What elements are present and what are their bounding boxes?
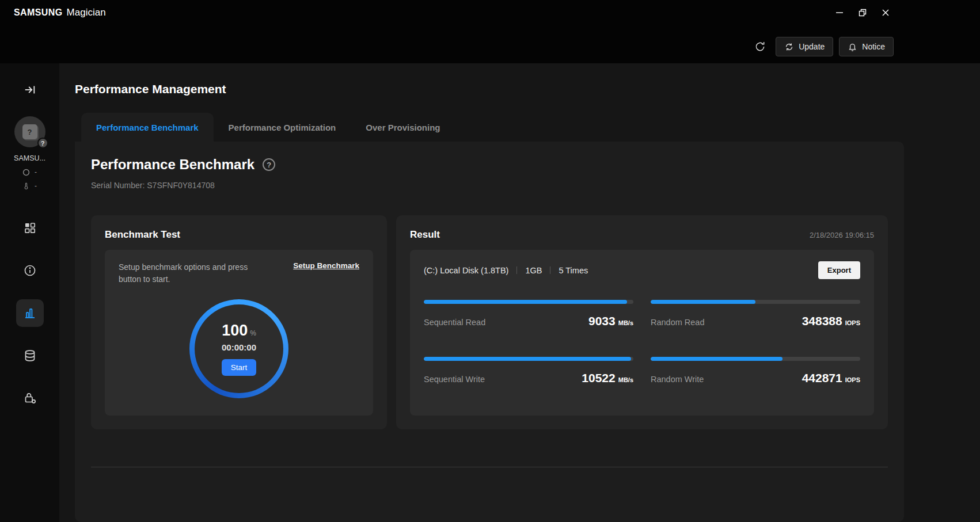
metric-number: 348388 bbox=[802, 314, 842, 328]
sidebar-item-security[interactable] bbox=[16, 384, 44, 412]
tab-over-provisioning[interactable]: Over Provisioning bbox=[351, 113, 455, 142]
random-write-bar bbox=[651, 357, 860, 361]
progress-ring-wrap: 100 % 00:00:00 Start bbox=[119, 299, 359, 398]
sidebar-expand-button[interactable] bbox=[20, 79, 40, 100]
header-actions: Update Notice bbox=[750, 37, 894, 56]
tab-bar: Performance Benchmark Performance Optimi… bbox=[75, 113, 904, 142]
minimize-button[interactable] bbox=[831, 5, 848, 21]
metric-unit: IOPS bbox=[845, 376, 860, 383]
bell-icon bbox=[848, 42, 857, 52]
help-icon[interactable]: ? bbox=[263, 158, 275, 171]
metric-unit: MB/s bbox=[618, 376, 633, 383]
result-card: Result 2/18/2026 19:06:15 (C:) Local Dis… bbox=[396, 215, 888, 429]
benchmark-description: Setup benchmark options and press button… bbox=[119, 261, 257, 285]
refresh-button[interactable] bbox=[750, 37, 770, 56]
brand-magician: Magician bbox=[67, 7, 106, 18]
progress-percent: 100 % bbox=[222, 322, 256, 340]
result-timestamp: 2/18/2026 19:06:15 bbox=[810, 231, 874, 239]
bottom-divider bbox=[91, 467, 888, 467]
start-button[interactable]: Start bbox=[222, 359, 257, 376]
app-logo: SAMSUNG Magician bbox=[14, 7, 106, 18]
metric-info: Random Write 442871 IOPS bbox=[651, 371, 860, 385]
metric-random-write: Random Write 442871 IOPS bbox=[651, 357, 860, 385]
benchmark-panel: Performance Benchmark ? Serial Number: S… bbox=[75, 142, 904, 522]
random-read-bar bbox=[651, 300, 860, 304]
sidebar-item-dashboard[interactable] bbox=[16, 214, 44, 242]
result-meta-row: (C:) Local Disk (1.8TB) 1GB 5 Times Expo… bbox=[424, 261, 860, 279]
meta-divider bbox=[550, 266, 550, 274]
tab-performance-optimization[interactable]: Performance Optimization bbox=[214, 113, 351, 142]
unknown-drive-badge: ? bbox=[37, 138, 48, 148]
metric-random-read: Random Read 348388 IOPS bbox=[651, 300, 860, 328]
metric-sequential-write: Sequential Write 10522 MB/s bbox=[424, 357, 633, 385]
bar-chart-icon bbox=[23, 306, 37, 320]
random-read-bar-fill bbox=[651, 300, 755, 304]
metric-number: 9033 bbox=[588, 314, 616, 328]
page-title: Performance Management bbox=[75, 82, 904, 97]
window-controls bbox=[831, 5, 894, 21]
metrics-grid: Sequential Read 9033 MB/s bbox=[424, 300, 860, 385]
title-bar: SAMSUNG Magician bbox=[0, 0, 980, 25]
minimize-icon bbox=[835, 8, 844, 17]
result-title: Result bbox=[410, 229, 440, 241]
database-icon bbox=[23, 349, 37, 363]
metric-info: Random Read 348388 IOPS bbox=[651, 314, 860, 328]
sidebar: ? ? SAMSU... - - bbox=[0, 63, 59, 522]
meta-divider bbox=[516, 266, 517, 274]
serial-number-label: Serial Number: S7SFNF0Y814708 bbox=[91, 181, 888, 190]
app-window: SAMSUNG Magician Update bbox=[0, 0, 980, 522]
main-content: Performance Management Performance Bench… bbox=[59, 63, 980, 522]
result-drive-label: (C:) Local Disk (1.8TB) bbox=[424, 266, 508, 275]
metric-value: 9033 MB/s bbox=[588, 314, 633, 328]
elapsed-time: 00:00:00 bbox=[222, 342, 256, 352]
expand-arrow-icon bbox=[24, 83, 36, 96]
tab-performance-benchmark[interactable]: Performance Benchmark bbox=[81, 113, 214, 142]
drive-name-label: SAMSU... bbox=[14, 154, 45, 162]
sidebar-item-storage[interactable] bbox=[16, 342, 44, 369]
benchmark-test-header: Benchmark Test bbox=[105, 229, 373, 241]
section-title: Performance Benchmark bbox=[91, 157, 255, 173]
restore-icon bbox=[858, 8, 867, 17]
sidebar-item-performance[interactable] bbox=[16, 299, 44, 327]
sequential-write-bar-fill bbox=[424, 357, 631, 361]
metric-info: Sequential Read 9033 MB/s bbox=[424, 314, 633, 328]
sync-icon bbox=[784, 42, 794, 52]
metric-value: 348388 IOPS bbox=[802, 314, 860, 328]
metric-unit: MB/s bbox=[618, 319, 633, 326]
metric-sequential-read: Sequential Read 9033 MB/s bbox=[424, 300, 633, 328]
metric-label: Sequential Read bbox=[424, 318, 485, 327]
export-button[interactable]: Export bbox=[818, 261, 860, 279]
result-body: (C:) Local Disk (1.8TB) 1GB 5 Times Expo… bbox=[410, 250, 874, 416]
update-button[interactable]: Update bbox=[776, 37, 833, 56]
progress-ring: 100 % 00:00:00 Start bbox=[189, 299, 288, 398]
lock-gear-icon bbox=[23, 391, 37, 405]
sequential-read-bar bbox=[424, 300, 633, 304]
progress-ring-inner: 100 % 00:00:00 Start bbox=[195, 304, 283, 393]
benchmark-setup-row: Setup benchmark options and press button… bbox=[119, 261, 359, 285]
thermometer-icon bbox=[22, 182, 30, 190]
ssd-chip-icon: ? bbox=[22, 124, 37, 139]
close-icon bbox=[881, 8, 890, 17]
metric-unit: IOPS bbox=[845, 319, 860, 326]
metric-info: Sequential Write 10522 MB/s bbox=[424, 371, 633, 385]
sequential-read-bar-fill bbox=[424, 300, 627, 304]
drive-avatar[interactable]: ? ? bbox=[14, 116, 45, 147]
benchmark-test-card: Benchmark Test Setup benchmark options a… bbox=[91, 215, 387, 429]
drive-health-value: - bbox=[35, 168, 37, 176]
app-body: ? ? SAMSU... - - bbox=[0, 63, 980, 522]
setup-benchmark-link[interactable]: Setup Benchmark bbox=[293, 261, 359, 285]
metric-label: Sequential Write bbox=[424, 375, 485, 384]
refresh-icon bbox=[754, 41, 766, 52]
metric-value: 10522 MB/s bbox=[582, 371, 633, 385]
update-button-label: Update bbox=[799, 42, 825, 51]
progress-percent-value: 100 bbox=[222, 322, 248, 340]
restore-button[interactable] bbox=[854, 5, 871, 21]
random-write-bar-fill bbox=[651, 357, 783, 361]
sidebar-nav bbox=[16, 214, 44, 412]
metric-label: Random Read bbox=[651, 318, 705, 327]
sequential-write-bar bbox=[424, 357, 633, 361]
notice-button[interactable]: Notice bbox=[839, 37, 894, 56]
sidebar-item-drive-info[interactable] bbox=[16, 257, 44, 284]
notice-button-label: Notice bbox=[862, 42, 885, 51]
close-button[interactable] bbox=[878, 5, 894, 21]
